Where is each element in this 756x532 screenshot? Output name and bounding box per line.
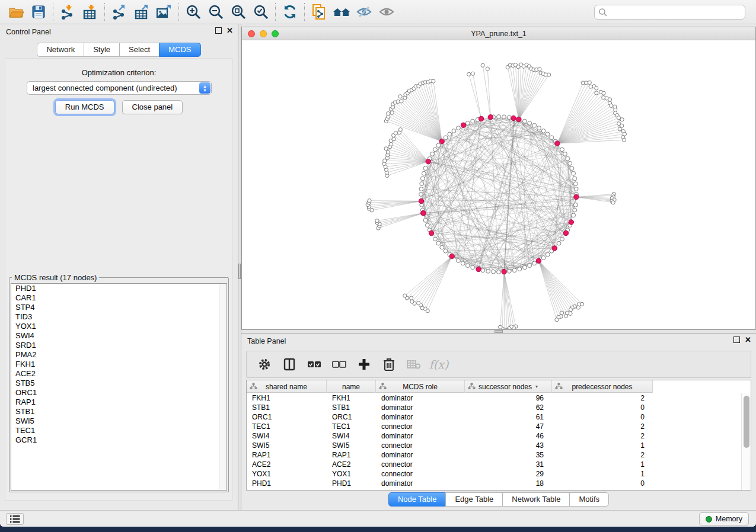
ring-node[interactable] xyxy=(461,261,465,265)
ring-node[interactable] xyxy=(497,115,501,119)
ring-node[interactable] xyxy=(573,208,577,212)
ring-node[interactable] xyxy=(444,136,448,140)
ring-node[interactable] xyxy=(452,129,456,133)
ring-node[interactable] xyxy=(481,268,485,273)
ring-node[interactable] xyxy=(420,177,425,181)
dominator-node[interactable] xyxy=(426,159,430,164)
ring-node[interactable] xyxy=(541,256,546,260)
delete-table-button[interactable] xyxy=(404,355,423,374)
show-all-button[interactable] xyxy=(375,2,398,22)
ring-node[interactable] xyxy=(550,136,554,140)
tab-mcds[interactable]: MCDS xyxy=(159,43,200,57)
show-columns-button[interactable] xyxy=(280,355,299,374)
ring-node[interactable] xyxy=(492,270,496,274)
leaf-node[interactable] xyxy=(375,219,379,223)
dominator-node[interactable] xyxy=(488,115,493,120)
ring-node[interactable] xyxy=(563,152,567,156)
table-row[interactable]: STB1STB1dominator620 xyxy=(247,403,741,412)
table-row[interactable]: ACE2ACE2connector311 xyxy=(247,460,741,469)
ring-node[interactable] xyxy=(497,270,501,274)
ring-node[interactable] xyxy=(433,148,438,152)
ring-node[interactable] xyxy=(419,193,423,197)
ring-node[interactable] xyxy=(573,182,578,186)
ring-node[interactable] xyxy=(419,187,423,191)
search-box[interactable] xyxy=(594,5,745,20)
ring-node[interactable] xyxy=(541,129,546,133)
mcds-node-fkh1[interactable]: FKH1 xyxy=(11,360,227,369)
zoom-fit-button[interactable] xyxy=(227,2,250,22)
dominator-node[interactable] xyxy=(476,267,481,271)
dominator-node[interactable] xyxy=(516,117,521,121)
ring-node[interactable] xyxy=(528,264,532,268)
ring-node[interactable] xyxy=(486,269,490,273)
leaf-node[interactable] xyxy=(392,137,395,141)
dominator-node[interactable] xyxy=(511,116,516,120)
ring-node[interactable] xyxy=(440,245,444,249)
ring-node[interactable] xyxy=(512,268,516,273)
leaf-node[interactable] xyxy=(386,150,390,154)
ring-node[interactable] xyxy=(507,116,511,120)
leaf-node[interactable] xyxy=(620,124,624,127)
splitter-grip[interactable] xyxy=(238,264,241,279)
leaf-node[interactable] xyxy=(486,67,489,70)
ring-node[interactable] xyxy=(465,121,470,125)
hide-selected-button[interactable] xyxy=(353,2,375,22)
tab-node-table[interactable]: Node Table xyxy=(388,492,446,507)
ring-node[interactable] xyxy=(448,132,452,136)
ring-node[interactable] xyxy=(471,265,475,270)
leaf-node[interactable] xyxy=(608,98,611,101)
save-session-button[interactable] xyxy=(27,2,50,22)
scrollbar-thumb[interactable] xyxy=(744,396,749,448)
table-row[interactable]: RAP1RAP1dominator352 xyxy=(247,450,741,460)
leaf-node[interactable] xyxy=(564,314,567,318)
ring-node[interactable] xyxy=(532,123,537,127)
leaf-node[interactable] xyxy=(398,128,402,132)
float-panel-icon[interactable] xyxy=(215,27,222,34)
export-network-button[interactable] xyxy=(108,2,130,22)
mcds-node-tid3[interactable]: TID3 xyxy=(11,312,227,322)
mcds-node-gcr1[interactable]: GCR1 xyxy=(11,435,227,445)
table-row[interactable]: PHD1PHD1dominator180 xyxy=(247,479,741,488)
ring-node[interactable] xyxy=(532,261,537,265)
ring-node[interactable] xyxy=(537,126,541,130)
ring-node[interactable] xyxy=(436,241,441,245)
ring-node[interactable] xyxy=(560,237,564,241)
run-mcds-button[interactable]: Run MCDS xyxy=(55,100,114,114)
zoom-out-button[interactable] xyxy=(205,2,227,22)
leaf-node[interactable] xyxy=(555,318,559,322)
open-session-button[interactable] xyxy=(5,2,27,22)
leaf-node[interactable] xyxy=(481,63,484,67)
ring-node[interactable] xyxy=(433,237,438,241)
table-row[interactable]: YOX1YOX1connector291 xyxy=(247,469,741,479)
zoom-selected-button[interactable] xyxy=(250,2,272,22)
ring-node[interactable] xyxy=(572,213,576,217)
leaf-node[interactable] xyxy=(611,201,615,204)
splitter-grip[interactable] xyxy=(495,330,503,333)
import-network-button[interactable] xyxy=(56,2,79,22)
leaf-node[interactable] xyxy=(471,72,474,75)
close-panel-icon[interactable]: ✕ xyxy=(745,336,751,343)
ring-node[interactable] xyxy=(518,267,522,271)
leaf-node[interactable] xyxy=(622,138,626,142)
leaf-node[interactable] xyxy=(410,296,413,300)
mcds-node-srd1[interactable]: SRD1 xyxy=(11,341,227,350)
table-row[interactable]: SWI5SWI5connector431 xyxy=(247,441,741,450)
tab-network[interactable]: Network xyxy=(37,43,84,57)
column-header-name[interactable]: name xyxy=(327,380,376,393)
tab-style[interactable]: Style xyxy=(84,43,120,57)
table-row[interactable]: FKH1FKH1dominator962 xyxy=(247,393,741,403)
mcds-node-car1[interactable]: CAR1 xyxy=(11,293,227,303)
close-panel-icon[interactable]: ✕ xyxy=(227,27,233,34)
ring-node[interactable] xyxy=(502,115,506,119)
leaf-node[interactable] xyxy=(602,91,605,95)
table-row[interactable]: TEC1TEC1connector472 xyxy=(247,422,741,431)
network-canvas[interactable] xyxy=(242,40,755,329)
select-all-button[interactable] xyxy=(305,355,324,374)
import-table-button[interactable] xyxy=(79,2,101,22)
network-titlebar[interactable]: YPA_prune.txt_1 xyxy=(242,27,755,40)
leaf-node[interactable] xyxy=(584,81,588,85)
tab-select[interactable]: Select xyxy=(119,43,160,57)
column-menu-icon[interactable]: ▾ xyxy=(535,384,538,389)
column-header-MCDS-role[interactable]: MCDS role xyxy=(376,380,465,393)
mcds-node-tec1[interactable]: TEC1 xyxy=(11,426,227,435)
